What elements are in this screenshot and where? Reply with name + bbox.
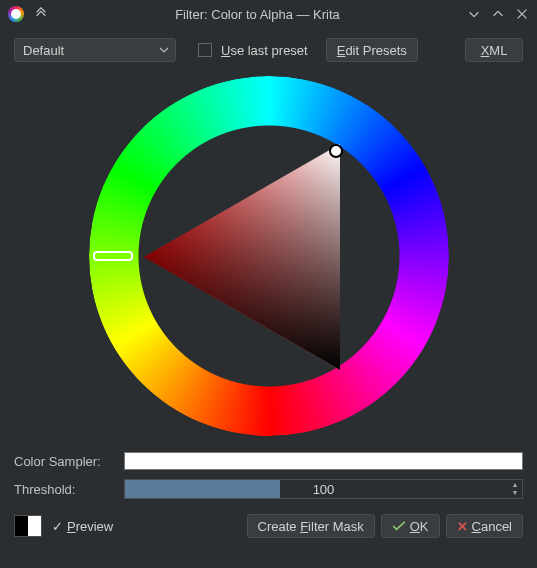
spin-down-icon[interactable]: ▼ — [510, 489, 520, 497]
preset-toolbar: Default Use last preset Edit Presets XML — [0, 28, 537, 70]
maximize-icon[interactable] — [491, 7, 505, 21]
spin-up-icon[interactable]: ▲ — [510, 481, 520, 489]
chevron-down-icon — [159, 45, 169, 55]
titlebar: Filter: Color to Alpha — Krita — [0, 0, 537, 28]
ok-check-icon — [392, 521, 406, 531]
xml-button[interactable]: XML — [465, 38, 523, 62]
cancel-x-icon: ✕ — [457, 519, 468, 534]
preview-checkbox[interactable]: ✓ — [52, 519, 63, 534]
svg-marker-1 — [144, 144, 340, 370]
preview-swatch-button[interactable] — [14, 515, 42, 537]
preset-dropdown[interactable]: Default — [14, 38, 176, 62]
dialog-footer: ✓ Preview Create Filter Mask OK ✕ Cancel — [0, 504, 537, 548]
preview-label[interactable]: Preview — [67, 519, 113, 534]
use-last-preset-label[interactable]: Use last preset — [221, 43, 308, 58]
ok-button[interactable]: OK — [381, 514, 440, 538]
threshold-spin[interactable]: ▲ ▼ — [510, 480, 520, 498]
filter-fields: Color Sampler: Threshold: 100 ▲ ▼ — [0, 446, 537, 502]
window-title: Filter: Color to Alpha — Krita — [48, 7, 467, 22]
color-wheel[interactable] — [89, 76, 449, 436]
threshold-value: 100 — [125, 482, 522, 497]
threshold-label: Threshold: — [14, 482, 124, 497]
color-sampler-label: Color Sampler: — [14, 454, 124, 469]
threshold-slider[interactable]: 100 ▲ ▼ — [124, 479, 523, 499]
color-picker-area — [0, 70, 537, 446]
minimize-icon[interactable] — [467, 7, 481, 21]
krita-app-icon — [8, 6, 24, 22]
preset-selected-label: Default — [23, 43, 64, 58]
cancel-button[interactable]: ✕ Cancel — [446, 514, 523, 538]
color-sampler-swatch[interactable] — [124, 452, 523, 470]
use-last-preset-checkbox[interactable] — [198, 43, 212, 57]
swatch-black — [15, 516, 28, 536]
close-icon[interactable] — [515, 7, 529, 21]
hue-ring-marker[interactable] — [93, 251, 133, 261]
pin-icon[interactable] — [34, 7, 48, 21]
sv-triangle-marker[interactable] — [329, 144, 343, 158]
sv-triangle[interactable] — [144, 144, 370, 370]
swatch-white — [28, 516, 41, 536]
edit-presets-button[interactable]: Edit Presets — [326, 38, 418, 62]
create-filter-mask-button[interactable]: Create Filter Mask — [247, 514, 375, 538]
